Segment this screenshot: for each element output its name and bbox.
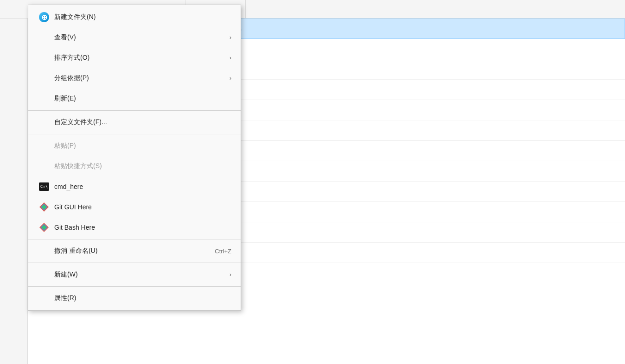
- menu-icon-git-gui: [38, 201, 51, 213]
- menu-item-git-bash[interactable]: Git Bash Here: [28, 217, 241, 238]
- git-icon: [39, 222, 49, 232]
- menu-item-label: Git GUI Here: [54, 203, 231, 211]
- menu-item-new-folder[interactable]: ⊕ 新建文件夹(N): [28, 7, 241, 27]
- menu-divider: [28, 239, 241, 239]
- menu-item-customize[interactable]: 自定义文件夹(F)...: [28, 112, 241, 132]
- menu-item-label: cmd_here: [54, 183, 231, 190]
- menu-item-paste-shortcut[interactable]: 粘贴快捷方式(S): [28, 156, 241, 176]
- submenu-arrow-icon: ›: [230, 271, 231, 278]
- git-icon: [39, 202, 49, 212]
- menu-item-label: 粘贴(P): [54, 142, 231, 150]
- submenu-arrow-icon: ›: [230, 34, 231, 41]
- left-panel: [0, 0, 28, 364]
- menu-icon-refresh: [38, 92, 51, 105]
- menu-item-label: 自定义文件夹(F)...: [54, 118, 231, 126]
- submenu-arrow-icon: ›: [230, 75, 231, 82]
- menu-item-group[interactable]: 分组依据(P) ›: [28, 68, 241, 88]
- menu-icon-sort: [38, 51, 51, 64]
- menu-item-new[interactable]: 新建(W) ›: [28, 264, 241, 285]
- menu-icon-customize: [38, 116, 51, 129]
- menu-icon-undo: [38, 245, 51, 257]
- menu-icon-properties: [38, 292, 51, 305]
- menu-item-label: 新建(W): [54, 270, 225, 279]
- menu-icon-view: [38, 31, 51, 44]
- cmd-icon: C:\: [39, 182, 49, 191]
- menu-item-git-gui[interactable]: Git GUI Here: [28, 197, 241, 217]
- menu-icon-paste-shortcut: [38, 160, 51, 173]
- menu-item-label: 排序方式(O): [54, 54, 225, 62]
- menu-icon-git-bash: [38, 221, 51, 234]
- menu-icon-paste: [38, 139, 51, 152]
- shortcut-label: Ctrl+Z: [215, 248, 231, 255]
- menu-item-label: 粘贴快捷方式(S): [54, 162, 231, 170]
- menu-item-paste[interactable]: 粘贴(P): [28, 136, 241, 156]
- menu-icon-cmd-here: C:\: [38, 180, 51, 193]
- menu-item-label: 查看(V): [54, 33, 225, 42]
- menu-divider: [28, 286, 241, 287]
- menu-divider: [28, 263, 241, 263]
- menu-divider: [28, 110, 241, 111]
- menu-item-label: 刷新(E): [54, 94, 231, 103]
- menu-item-label: 新建文件夹(N): [54, 13, 231, 21]
- menu-item-label: Git Bash Here: [54, 224, 231, 231]
- menu-item-label: 分组依据(P): [54, 74, 225, 82]
- new-folder-icon: ⊕: [39, 12, 49, 22]
- menu-item-cmd-here[interactable]: C:\ cmd_here: [28, 176, 241, 197]
- menu-icon-new-folder: ⊕: [38, 11, 51, 24]
- menu-icon-group: [38, 72, 51, 85]
- menu-item-undo[interactable]: 撤消 重命名(U) Ctrl+Z: [28, 241, 241, 261]
- submenu-arrow-icon: ›: [230, 55, 231, 61]
- menu-item-refresh[interactable]: 刷新(E): [28, 88, 241, 109]
- menu-item-sort[interactable]: 排序方式(O) ›: [28, 48, 241, 68]
- menu-item-label: 属性(R): [54, 294, 231, 302]
- menu-icon-new: [38, 268, 51, 281]
- menu-divider: [28, 134, 241, 134]
- menu-item-view[interactable]: 查看(V) ›: [28, 27, 241, 48]
- menu-item-label: 撤消 重命名(U): [54, 247, 215, 255]
- context-menu[interactable]: ⊕ 新建文件夹(N) 查看(V) › 排序方式(O) › 分组依据(P) › 刷…: [28, 5, 241, 311]
- menu-item-properties[interactable]: 属性(R): [28, 288, 241, 308]
